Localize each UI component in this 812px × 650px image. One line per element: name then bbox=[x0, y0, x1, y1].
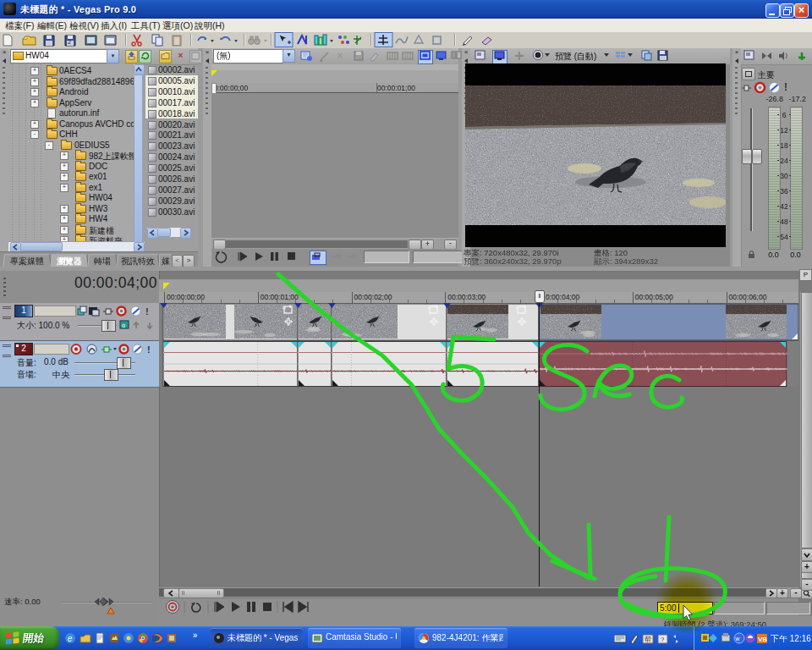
svg-text:!: ! bbox=[147, 344, 151, 355]
svg-text:α: α bbox=[122, 322, 125, 328]
svg-text:w: w bbox=[735, 636, 741, 642]
svg-text:e: e bbox=[68, 634, 73, 643]
svg-text:!: ! bbox=[145, 306, 149, 317]
svg-text:帮: 帮 bbox=[645, 636, 651, 643]
svg-text:2: 2 bbox=[68, 39, 71, 45]
svg-text:?: ? bbox=[661, 636, 665, 643]
svg-text:VB: VB bbox=[758, 636, 767, 643]
